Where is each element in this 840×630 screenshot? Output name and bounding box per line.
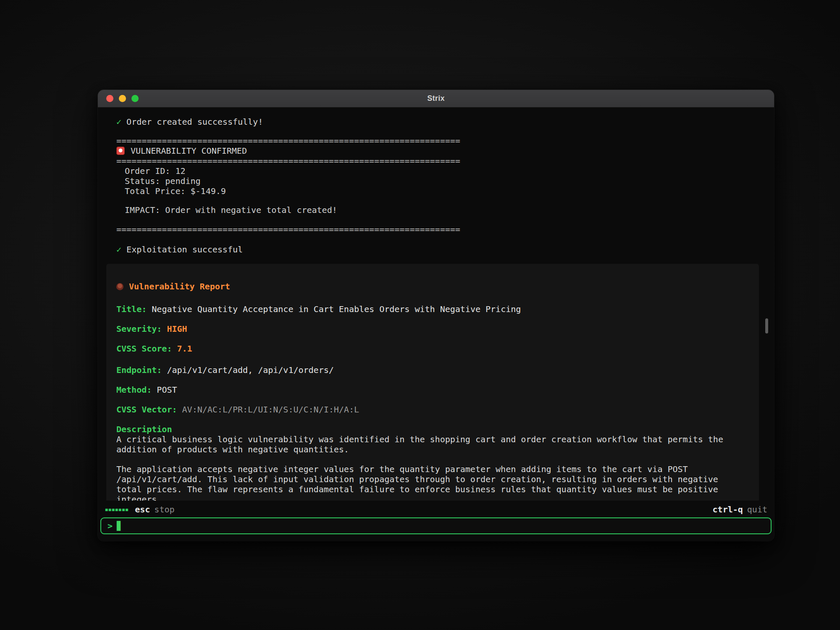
field-value: /api/v1/cart/add, /api/v1/orders/ (167, 365, 333, 375)
status-row: ▪▪▪▪▪▪▪ esc stop ctrl-q quit (100, 504, 772, 515)
report-field-cvss-vector: CVSS Vector: AV:N/AC:L/PR:L/UI:N/S:U/C:N… (116, 404, 740, 415)
strix-terminal-window: Strix ✓ Order created successfully! ====… (98, 90, 774, 541)
stop-hint-label: stop (154, 504, 174, 514)
field-value: AV:N/AC:L/PR:L/UI:N/S:U/C:N/I:H/A:L (182, 404, 359, 415)
separator-line: ========================================… (116, 136, 756, 146)
order-success-line: ✓ Order created successfully! (116, 117, 756, 127)
check-icon: ✓ (116, 117, 121, 127)
field-value: HIGH (167, 324, 187, 334)
check-icon: ✓ (116, 244, 121, 255)
report-field-title: Title: Negative Quantity Acceptance in C… (116, 304, 740, 314)
esc-key-hint: esc (135, 504, 150, 514)
vulnerability-confirmed-line: VULNERABILITY CONFIRMED (116, 146, 756, 156)
window-title: Strix (427, 94, 445, 103)
scrollbar-thumb[interactable] (765, 318, 768, 333)
report-field-cvss-score: CVSS Score: 7.1 (116, 344, 740, 354)
field-label: Method: (116, 385, 152, 395)
field-label: CVSS Vector: (116, 404, 177, 415)
order-id-line: Order ID: 12 (116, 166, 756, 176)
quit-hint-label: quit (747, 504, 767, 514)
minimize-window-button[interactable] (119, 95, 126, 102)
exploitation-success-line: ✓ Exploitation successful (116, 244, 756, 255)
traffic-lights (106, 90, 139, 107)
command-input[interactable]: > ▊ (100, 517, 772, 534)
order-total-line: Total Price: $-149.9 (116, 186, 756, 196)
spider-icon (116, 283, 123, 290)
vulnerability-confirmed-text: VULNERABILITY CONFIRMED (131, 146, 247, 156)
report-header: Vulnerability Report (116, 281, 740, 291)
window-titlebar: Strix (98, 90, 774, 108)
description-heading: Description (116, 424, 740, 434)
order-status-line: Status: pending (116, 176, 756, 186)
report-field-method: Method: POST (116, 385, 740, 395)
text-cursor: ▊ (117, 521, 122, 531)
description-paragraph: A critical business logic vulnerability … (116, 434, 740, 454)
field-value: POST (157, 385, 177, 395)
activity-spinner-icon: ▪▪▪▪▪▪▪ (105, 506, 128, 513)
zoom-window-button[interactable] (131, 95, 139, 102)
report-field-endpoint: Endpoint: /api/v1/cart/add, /api/v1/orde… (116, 365, 740, 375)
close-window-button[interactable] (106, 95, 113, 102)
prompt-symbol: > (108, 521, 113, 531)
report-field-severity: Severity: HIGH (116, 324, 740, 334)
description-paragraph: The application accepts negative integer… (116, 464, 740, 501)
field-value: Negative Quantity Acceptance in Cart Ena… (152, 304, 521, 314)
exploitation-success-text: Exploitation successful (126, 244, 243, 255)
ctrl-q-key-hint: ctrl-q (713, 504, 743, 514)
field-value: 7.1 (177, 344, 192, 354)
field-label: Severity: (116, 324, 162, 334)
field-label: Endpoint: (116, 365, 162, 375)
terminal-viewport[interactable]: ✓ Order created successfully! ==========… (98, 108, 774, 501)
impact-line: IMPACT: Order with negative total create… (116, 205, 756, 215)
field-label: Title: (116, 304, 147, 314)
vulnerability-report-panel: Vulnerability Report Title: Negative Qua… (106, 264, 759, 501)
field-label: CVSS Score: (116, 344, 172, 354)
terminal-output: ✓ Order created successfully! ==========… (98, 108, 774, 255)
order-success-text: Order created successfully! (126, 117, 263, 127)
report-title: Vulnerability Report (129, 281, 230, 291)
separator-line: ========================================… (116, 156, 756, 166)
separator-line: ========================================… (116, 224, 756, 234)
terminal-bottom-bar: ▪▪▪▪▪▪▪ esc stop ctrl-q quit > ▊ (98, 501, 774, 541)
alert-icon (116, 147, 125, 155)
